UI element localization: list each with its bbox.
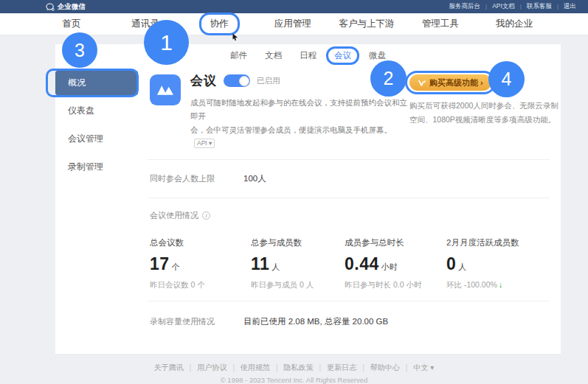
topbar-link-api-docs[interactable]: API文档 <box>480 2 515 11</box>
subtab-mail[interactable]: 邮件 <box>230 50 247 61</box>
recording-capacity-label: 录制容量使用情况 <box>150 316 243 327</box>
nav-item-customers[interactable]: 客户与上下游 <box>330 18 404 30</box>
stat-total-duration: 成员参与总时长 0.44小时 昨日参与时长 0.0 小时 <box>345 237 446 290</box>
nav-item-home[interactable]: 首页 <box>35 18 108 30</box>
page-footer: 关于腾讯 用户协议 使用规范 隐私政策 更新日志 帮助中心 中文 ▾ © 199… <box>0 360 588 384</box>
stat-total-meetings: 总会议数 17个 昨日会议数 0 个 <box>150 237 251 290</box>
footer-link-usage-rules[interactable]: 使用规范 <box>226 363 270 373</box>
topbar-link-logout[interactable]: 退出 <box>552 2 576 11</box>
usage-section-title: 会议使用情况 <box>150 210 198 221</box>
meeting-app-icon <box>150 74 181 105</box>
usage-stats-row: 总会议数 17个 昨日会议数 0 个 总参与成员数 11人 昨日参与成员 0 人… <box>150 237 550 290</box>
main-nav: 首页 通讯录 协作 应用管理 客户与上下游 管理工具 我的企业 <box>0 13 588 35</box>
nav-item-my-company[interactable]: 我的企业 <box>477 18 551 30</box>
premium-benefits-text: 购买后可获得2000人同时参会、无限云录制 空间、1080P视频清晰度等多项高级… <box>409 99 550 127</box>
stat-monthly-active: 2月月度活跃成员数 0人 环比 -100.00%↓ <box>446 237 519 290</box>
footer-link-changelog[interactable]: 更新日志 <box>314 363 357 373</box>
footer-link-help-center[interactable]: 帮助中心 <box>356 363 400 373</box>
sidebar-item-recording-management[interactable]: 录制管理 <box>55 155 138 179</box>
recording-capacity-row: 录制容量使用情况 目前已使用 2.08 MB, 总容量 20.00 GB <box>148 301 550 327</box>
topbar-links: 服务商后台 API文档 联系客服 退出 <box>449 2 576 11</box>
buy-premium-button[interactable]: 购买高级功能 › <box>409 74 491 91</box>
step-circle-2: 2 <box>370 60 407 97</box>
toggle-knob <box>239 76 249 86</box>
participant-limit-label: 同时参会人数上限 <box>150 173 243 184</box>
overview-content: 会议 已启用 成员可随时随地发起和参与的在线会议，支持提前预约会议和立即开 会，… <box>148 72 550 327</box>
subtab-calendar[interactable]: 日程 <box>300 50 317 61</box>
toggle-state-label: 已启用 <box>257 76 280 86</box>
step-circle-3: 3 <box>62 32 97 68</box>
collaboration-annotation-box: 协作 <box>210 18 229 30</box>
buy-premium-label: 购买高级功能 › <box>429 77 483 88</box>
wework-logo-text: 企业微信 <box>58 2 86 12</box>
footer-language-selector[interactable]: 中文 ▾ <box>400 363 434 373</box>
api-dropdown-badge[interactable]: API ▾ <box>194 139 215 148</box>
sidebar-item-overview[interactable]: 概况 <box>55 71 138 95</box>
subtab-meeting[interactable]: 会议 <box>334 50 351 61</box>
footer-link-privacy-policy[interactable]: 隐私政策 <box>270 363 314 373</box>
meeting-sidebar: 概况 仪表盘 会议管理 录制管理 <box>55 71 139 183</box>
wework-admin-page: 企业微信 服务商后台 API文档 联系客服 退出 首页 通讯录 协作 应用管理 … <box>0 0 588 384</box>
step-circle-1: 1 <box>144 20 189 65</box>
sidebar-item-meeting-management[interactable]: 会议管理 <box>55 127 138 151</box>
wework-logo[interactable]: 企业微信 <box>46 2 86 12</box>
participant-limit-value: 100人 <box>243 173 266 184</box>
main-card: 邮件 文档 日程 会议 微盘 概况 仪表盘 会议管理 录制管理 <box>55 44 561 354</box>
nav-item-admin-tools[interactable]: 管理工具 <box>404 18 477 30</box>
subtab-drive[interactable]: 微盘 <box>369 50 386 61</box>
nav-item-collaboration[interactable]: 协作 <box>182 18 256 30</box>
footer-links: 关于腾讯 用户协议 使用规范 隐私政策 更新日志 帮助中心 中文 ▾ <box>154 363 434 373</box>
topbar: 企业微信 服务商后台 API文档 联系客服 退出 <box>0 0 588 13</box>
collaboration-subtabs: 邮件 文档 日程 会议 微盘 <box>55 44 561 66</box>
meeting-description: 成员可随时随地发起和参与的在线会议，支持提前预约会议和立即开 会，会中可灵活管理… <box>190 96 409 150</box>
stat-total-participants: 总参与成员数 11人 昨日参与成员 0 人 <box>251 237 345 290</box>
cursor-mark <box>232 30 238 43</box>
premium-purchase-panel: 购买高级功能 › 购买后可获得2000人同时参会、无限云录制 空间、1080P视… <box>409 74 550 127</box>
copyright-text: © 1998 - 2023 Tencent Inc. All Rights Re… <box>0 376 588 384</box>
premium-v-icon <box>418 79 426 87</box>
wework-chat-bubble-icon <box>46 3 55 11</box>
topbar-link-contact-support[interactable]: 联系客服 <box>515 2 552 11</box>
participant-limit-row: 同时参会人数上限 100人 <box>148 160 550 198</box>
meeting-usage-section: 会议使用情况 i 总会议数 17个 昨日会议数 0 个 总参与成员数 11人 昨… <box>148 198 550 301</box>
meeting-enabled-toggle[interactable] <box>224 74 250 87</box>
topbar-link-provider-console[interactable]: 服务商后台 <box>449 2 481 11</box>
footer-link-about-tencent[interactable]: 关于腾讯 <box>154 363 184 373</box>
trend-down-arrow-icon: ↓ <box>499 280 502 289</box>
recording-capacity-value: 目前已使用 2.08 MB, 总容量 20.00 GB <box>243 316 388 327</box>
meeting-title: 会议 <box>190 72 217 89</box>
subtab-docs[interactable]: 文档 <box>265 50 282 61</box>
footer-link-user-agreement[interactable]: 用户协议 <box>184 363 227 373</box>
info-icon[interactable]: i <box>202 212 210 220</box>
nav-item-app-management[interactable]: 应用管理 <box>256 18 330 30</box>
step-circle-4: 4 <box>488 61 525 97</box>
sidebar-item-dashboard[interactable]: 仪表盘 <box>55 99 138 123</box>
